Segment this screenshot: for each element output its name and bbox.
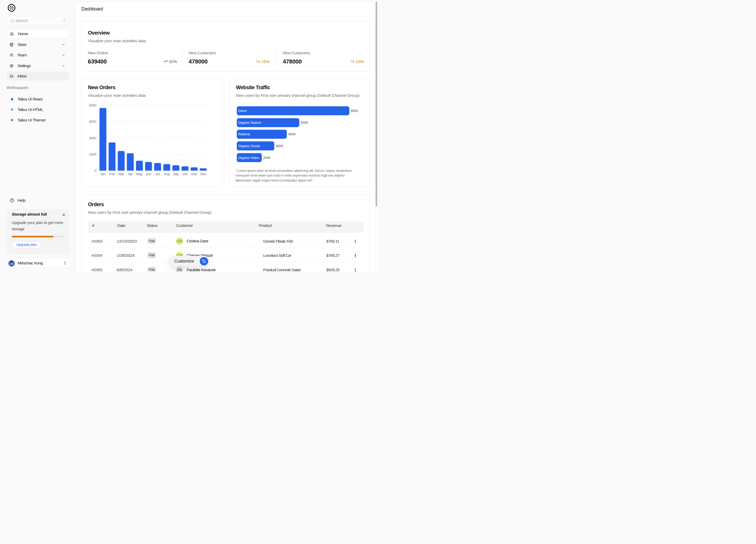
svg-text:Sep: Sep <box>173 172 179 176</box>
svg-text:9000: 9000 <box>351 109 358 113</box>
svg-text:Organic Video: Organic Video <box>238 156 259 160</box>
svg-text:Apr: Apr <box>128 172 133 176</box>
svg-text:Referral: Referral <box>238 132 250 136</box>
svg-text:Feb: Feb <box>109 172 115 176</box>
svg-text:Jul: Jul <box>155 172 160 176</box>
svg-text:Aug: Aug <box>164 172 170 176</box>
svg-text:2000: 2000 <box>263 156 270 160</box>
svg-text:Nov: Nov <box>191 172 197 176</box>
svg-text:4000: 4000 <box>288 132 295 136</box>
svg-text:Jan: Jan <box>100 172 106 176</box>
svg-text:5000: 5000 <box>301 121 308 125</box>
svg-text:May: May <box>136 172 143 176</box>
svg-text:Direct: Direct <box>238 109 247 113</box>
svg-text:1500: 1500 <box>89 152 96 156</box>
svg-text:0: 0 <box>95 169 96 173</box>
svg-text:Jun: Jun <box>146 172 151 176</box>
svg-text:Organic Search: Organic Search <box>238 121 261 125</box>
svg-text:4500: 4500 <box>89 120 96 124</box>
svg-text:3000: 3000 <box>89 136 96 140</box>
svg-text:Organic Social: Organic Social <box>238 144 260 148</box>
svg-text:6000: 6000 <box>89 103 96 107</box>
svg-text:Dec: Dec <box>200 172 206 176</box>
svg-text:3000: 3000 <box>276 144 283 148</box>
svg-text:Oct: Oct <box>182 172 188 176</box>
svg-text:Mar: Mar <box>118 172 124 176</box>
